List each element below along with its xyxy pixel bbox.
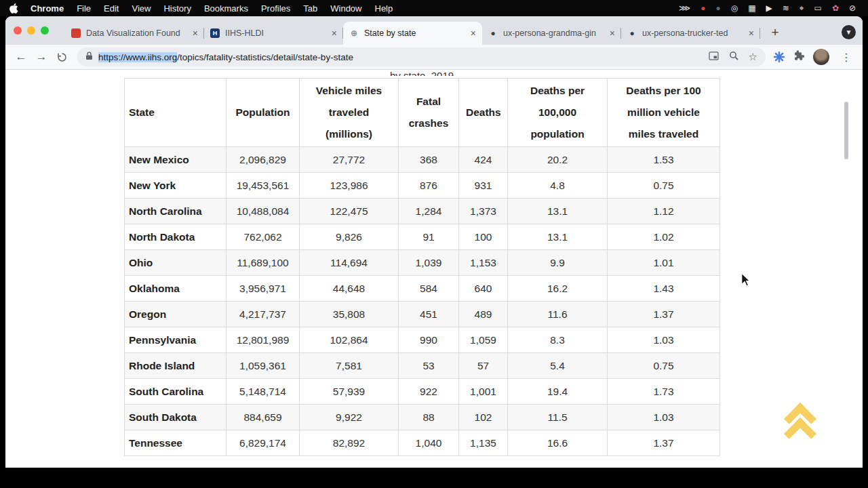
lock-icon [85,51,93,63]
value-cell: 6,829,174 [226,430,300,456]
value-cell: 2,096,829 [226,147,300,173]
value-cell: 1.02 [608,224,720,250]
column-header: Deaths per 100 million vehicle miles tra… [608,79,720,147]
value-cell: 8.3 [508,327,608,353]
close-tab-icon[interactable]: × [610,28,615,39]
menu-tab[interactable]: Tab [303,3,317,14]
tab-favicon-icon: ● [488,28,498,38]
table-row: Pennsylvania12,801,989102,8649901,0598.3… [125,327,720,353]
value-cell: 19.4 [508,379,608,405]
play-icon[interactable]: ▶ [766,0,772,16]
close-tab-icon[interactable]: × [193,28,198,39]
back-to-top-button[interactable] [783,402,826,452]
value-cell: 13.1 [508,224,608,250]
value-cell: 424 [459,147,508,173]
record-badge-icon[interactable]: ● [701,0,705,16]
tab-data-visualization-found[interactable]: Data Visualization Found× [65,22,204,45]
close-window-button[interactable] [14,26,22,35]
menu-view[interactable]: View [132,3,151,14]
tabs: Data Visualization Found×HIIHS-HLDI×⊕Sta… [65,22,760,45]
table-row: North Dakota762,0629,8269110013.11.02 [125,224,720,250]
value-cell: 489 [459,302,508,327]
column-header: State [125,79,226,147]
value-cell: 931 [459,173,508,199]
table-row: Rhode Island1,059,3617,58153575.40.75 [125,353,720,379]
value-cell: 11,689,100 [226,250,300,276]
omnibox-actions: ☆ [709,51,757,63]
color-app-icon[interactable]: ✿ [832,0,839,16]
menu-chrome[interactable]: Chrome [31,3,64,14]
menu-history[interactable]: History [163,3,191,14]
value-cell: 1,373 [459,199,508,224]
tab-iihs-hldi[interactable]: HIIHS-HLDI× [204,22,343,45]
value-cell: 1,040 [399,430,459,456]
browser-toolbar: ← → https://www.iihs.org/topics/fatality… [5,45,863,70]
value-cell: 368 [399,147,459,173]
menu-bookmarks[interactable]: Bookmarks [204,3,248,14]
browser-menu-icon[interactable]: ⋮ [838,51,854,64]
menu-file[interactable]: File [77,3,91,14]
table-row: Oregon4,217,73735,80845148911.61.37 [125,302,720,327]
value-cell: 19,453,561 [226,173,300,199]
menu-profiles[interactable]: Profiles [261,3,290,14]
state-cell: North Carolina [125,199,226,224]
capture-icon[interactable] [709,51,719,63]
close-tab-icon[interactable]: × [471,28,476,39]
value-cell: 0.75 [608,173,720,199]
back-button[interactable]: ← [11,47,31,66]
tab-strip: Data Visualization Found×HIIHS-HLDI×⊕Sta… [5,16,863,45]
pinwheel-extension-icon[interactable] [774,52,785,62]
value-cell: 1.73 [608,379,720,405]
apple-menu-icon[interactable] [9,3,18,14]
zoom-window-button[interactable] [41,26,49,35]
state-cell: Ohio [125,250,226,276]
value-cell: 876 [399,173,459,199]
close-tab-icon[interactable]: × [332,28,337,39]
value-cell: 451 [399,302,459,327]
focus-mode-icon[interactable]: ⊘ [849,0,856,16]
tab-ux-persona-grandma-gin[interactable]: ●ux-persona-grandma-gin× [482,22,621,45]
tab-favicon-icon: ⊕ [349,28,359,38]
clipboard-icon[interactable]: ▦ [748,0,755,16]
battery-icon[interactable]: ▭ [814,0,822,16]
value-cell: 1.03 [608,327,720,353]
bookmark-star-icon[interactable]: ☆ [749,51,757,63]
table-row: Tennessee6,829,17482,8921,0401,13516.61.… [125,430,720,456]
tab-search-button[interactable]: ▼ [842,25,856,39]
value-cell: 884,659 [226,405,300,430]
spotlight-search-icon[interactable]: ⌖ [800,0,804,16]
value-cell: 1,153 [459,250,508,276]
value-cell: 1,059,361 [226,353,300,379]
reload-button[interactable] [52,47,72,66]
extensions-puzzle-icon[interactable] [793,50,804,64]
value-cell: 27,772 [300,147,399,173]
value-cell: 1.37 [608,430,720,456]
menu-edit[interactable]: Edit [104,3,119,14]
forward-button[interactable]: → [31,47,52,66]
camera-icon[interactable]: ◎ [731,0,738,16]
tab-title: IIHS-HLDI [225,28,328,38]
value-cell: 4.8 [508,173,608,199]
menu-help[interactable]: Help [375,3,393,14]
address-bar[interactable]: https://www.iihs.org/topics/fatality-sta… [77,47,766,66]
close-tab-icon[interactable]: × [749,28,754,39]
profile-avatar[interactable] [813,49,829,65]
app-dot-icon[interactable]: ● [715,0,720,16]
new-tab-button[interactable]: + [766,24,784,41]
value-cell: 100 [459,224,508,250]
tab-ux-persona-trucker-ted[interactable]: ●ux-persona-trucker-ted× [621,22,760,45]
scrollbar[interactable] [844,102,848,159]
value-cell: 13.1 [508,199,608,224]
tab-state-by-state[interactable]: ⊕State by state× [343,22,482,45]
window-layout-icon[interactable]: ⋙ [679,0,690,16]
zoom-icon[interactable] [729,51,738,63]
column-header: Deaths per 100,000 population [508,79,608,147]
column-header: Population [226,79,300,147]
state-cell: Rhode Island [125,353,226,379]
wifi-icon[interactable]: ≋ [783,0,789,16]
browser-window: Data Visualization Found×HIIHS-HLDI×⊕Sta… [5,16,863,468]
value-cell: 91 [399,224,459,250]
table-row: New Mexico2,096,82927,77236842420.21.53 [125,147,720,173]
menu-window[interactable]: Window [330,3,361,14]
minimize-window-button[interactable] [27,26,35,35]
